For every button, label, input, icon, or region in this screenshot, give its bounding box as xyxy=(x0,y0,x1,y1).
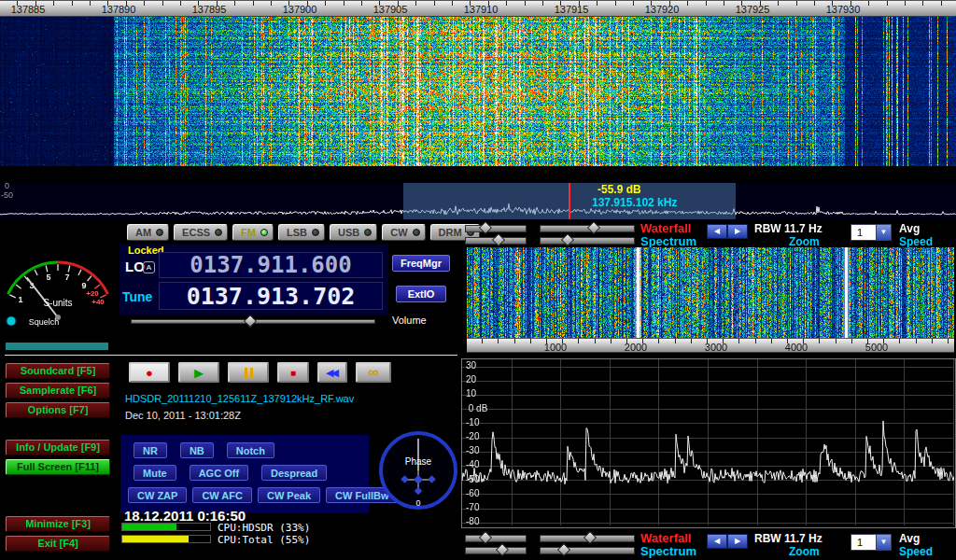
dsp-button-nb[interactable]: NB xyxy=(180,442,214,458)
dsp-button-nr[interactable]: NR xyxy=(134,442,167,458)
volume-slider[interactable] xyxy=(131,319,375,324)
mode-label: CW xyxy=(390,227,407,238)
spin-left-button[interactable]: ◀ xyxy=(707,534,727,549)
squelch-level-bar[interactable] xyxy=(6,343,108,350)
extio-button[interactable]: ExtIO xyxy=(396,286,446,302)
mode-label: DRM xyxy=(439,227,462,238)
pause-icon xyxy=(245,368,247,378)
audio-spectrum-display[interactable] xyxy=(462,359,954,525)
mode-button-am[interactable]: AM xyxy=(127,224,169,241)
slider-knob[interactable] xyxy=(561,233,574,246)
chevron-down-icon[interactable]: ▼ xyxy=(876,535,891,550)
s-meter[interactable]: 1 3 5 7 9 +20 +40 S-units Squelch xyxy=(2,222,116,334)
wav-file-date: Dec 10, 2011 - 13:01:28Z xyxy=(125,410,241,421)
sidebar-button-options[interactable]: Options [F7] xyxy=(6,402,110,418)
mode-button-usb[interactable]: USB xyxy=(330,224,377,241)
play-icon: ▶ xyxy=(194,366,204,380)
spin-left-button[interactable]: ◀ xyxy=(707,224,727,239)
chevron-down-icon[interactable]: ▼ xyxy=(876,225,891,240)
spectrum-axis-label: 0 dB xyxy=(466,403,487,413)
waterfall-contrast-slider-bottom[interactable] xyxy=(465,547,527,554)
pause-button[interactable] xyxy=(228,362,269,383)
zoom-slider-bottom[interactable] xyxy=(540,535,635,542)
sidebar-button-samplerate[interactable]: Samplerate [F6] xyxy=(6,383,110,399)
squelch-knob[interactable] xyxy=(7,316,16,326)
cpu-total-bar-fill xyxy=(122,536,189,542)
avg-dropdown-top[interactable]: 1 ▼ xyxy=(851,224,892,241)
dsp-button-agc-off[interactable]: AGC Off xyxy=(190,465,248,481)
main-waterfall-display[interactable] xyxy=(0,0,956,166)
slider-knob[interactable] xyxy=(479,221,492,234)
lo-frequency-display[interactable]: 0137.911.600 xyxy=(159,252,383,278)
stop-button[interactable]: ■ xyxy=(277,362,309,383)
dsp-button-despread[interactable]: Despread xyxy=(261,465,327,481)
volume-slider-knob[interactable] xyxy=(244,315,257,328)
dsp-button-cw-zap[interactable]: CW ZAP xyxy=(128,487,187,503)
waterfall-contrast-slider-top[interactable] xyxy=(465,237,527,245)
tune-frequency-display[interactable]: 0137.913.702 xyxy=(159,282,383,310)
sidebar-button-minimize[interactable]: Minimize [F3] xyxy=(6,516,110,532)
sidebar-button-soundcard[interactable]: Soundcard [F5] xyxy=(6,363,110,379)
mode-label: ECSS xyxy=(182,227,210,238)
cpu-hdsdr-bar xyxy=(121,523,211,531)
zoom-slider-top[interactable] xyxy=(540,225,635,232)
dsp-row-3: CW ZAPCW AFCCW PeakCW FullBw xyxy=(128,487,369,503)
avg-label-bottom: Avg xyxy=(899,532,920,545)
waterfall-brightness-slider-bottom[interactable] xyxy=(465,535,527,542)
dsp-button-notch[interactable]: Notch xyxy=(227,442,274,458)
spectrum-axis-label: -50 xyxy=(466,474,479,484)
freqmgr-button[interactable]: FreqMgr xyxy=(392,255,450,272)
phase-dial[interactable]: Phase 0 xyxy=(375,427,461,513)
spectrum-axis-label: -70 xyxy=(466,502,479,512)
freq-tick-label: 137900 xyxy=(283,4,317,15)
mode-button-lsb[interactable]: LSB xyxy=(278,224,325,241)
freq-tick-label: 137925 xyxy=(736,4,770,15)
mode-button-cw[interactable]: CW xyxy=(382,224,425,241)
slider-knob[interactable] xyxy=(557,543,570,556)
dsp-button-cw-afc[interactable]: CW AFC xyxy=(192,487,252,503)
audio-waterfall-display[interactable] xyxy=(467,247,954,338)
spectrum-axis-label: -60 xyxy=(466,488,479,498)
s-meter-num: 7 xyxy=(64,273,69,282)
rewind-button[interactable]: ◀◀ xyxy=(317,362,347,383)
waterfall-brightness-slider-top[interactable] xyxy=(465,225,527,232)
waterfall-label-bottom[interactable]: Waterfall xyxy=(640,531,691,545)
record-button[interactable]: ● xyxy=(129,362,170,383)
slider-knob[interactable] xyxy=(479,531,492,544)
lo-a-badge[interactable]: A xyxy=(143,261,155,273)
dsp-row-2: MuteAGC OffDespread xyxy=(134,465,369,481)
speed-slider-bottom[interactable] xyxy=(540,547,635,554)
spectrum-label-top[interactable]: Spectrum xyxy=(640,234,696,248)
audio-frequency-scale[interactable]: 10002000300040005000 xyxy=(467,338,954,353)
spin-right-button[interactable]: ▶ xyxy=(727,534,748,549)
slider-knob[interactable] xyxy=(583,531,597,544)
waterfall-label-top[interactable]: Waterfall xyxy=(640,221,691,235)
avg-dropdown-value: 1 xyxy=(851,535,876,550)
spectrum-axis-label: 30 xyxy=(466,360,476,371)
freq-tick-label: 137910 xyxy=(464,4,499,15)
sidebar-button-info-update[interactable]: Info / Update [F9] xyxy=(6,440,110,455)
lo-frequency-value: 0137.911.600 xyxy=(190,252,351,278)
s-meter-num: 5 xyxy=(46,273,50,282)
play-button[interactable]: ▶ xyxy=(178,362,219,383)
mode-button-fm[interactable]: FM xyxy=(232,224,274,241)
spectrum-axis-label: -30 xyxy=(466,445,479,455)
squelch-slider-track[interactable] xyxy=(5,355,457,356)
dsp-button-cw-peak[interactable]: CW Peak xyxy=(258,487,320,503)
mode-button-ecss[interactable]: ECSS xyxy=(174,224,228,241)
loop-button[interactable]: ∞ xyxy=(356,362,391,383)
slider-knob[interactable] xyxy=(496,543,509,556)
spin-right-button[interactable]: ▶ xyxy=(727,224,748,239)
speed-slider-top[interactable] xyxy=(540,237,635,245)
slider-knob[interactable] xyxy=(587,221,600,234)
spectrum-label-bottom[interactable]: Spectrum xyxy=(640,544,696,558)
dsp-button-mute[interactable]: Mute xyxy=(134,465,176,481)
sidebar-button-exit[interactable]: Exit [F4] xyxy=(6,536,110,552)
frequency-scale[interactable]: 1378851378901378951379001379051379101379… xyxy=(0,0,956,17)
sidebar-button-full-screen[interactable]: Full Screen [F11] xyxy=(6,459,110,475)
slider-knob[interactable] xyxy=(492,233,505,246)
audio-scale-label: 4000 xyxy=(785,342,808,353)
signal-level-readout: -55.9 dB xyxy=(598,183,641,196)
avg-dropdown-bottom[interactable]: 1 ▼ xyxy=(851,534,892,551)
freq-tick-label: 137915 xyxy=(555,4,589,15)
